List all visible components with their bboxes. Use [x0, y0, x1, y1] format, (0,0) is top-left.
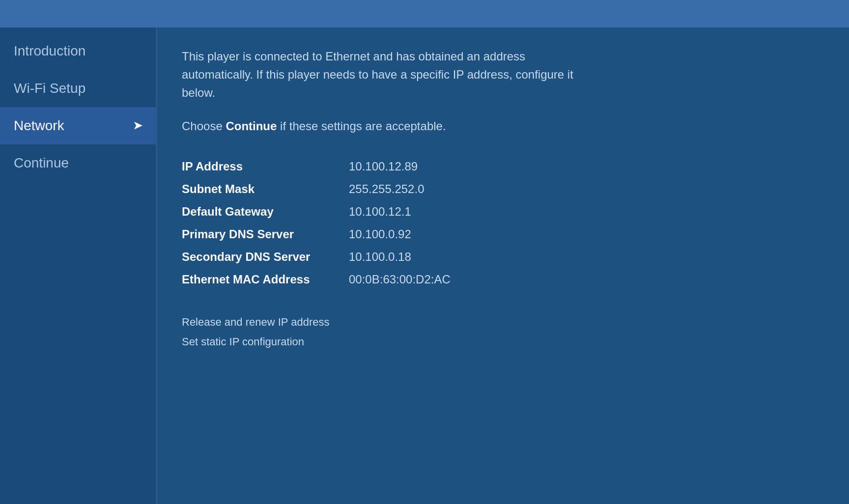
action-link-set-static[interactable]: Set static IP configuration: [182, 336, 824, 348]
description-line1: This player is connected to Ethernet and…: [182, 50, 525, 63]
network-field-label: Default Gateway: [182, 205, 349, 219]
choose-text-prefix: Choose: [182, 119, 226, 133]
choose-text-suffix: if these settings are acceptable.: [277, 119, 446, 133]
network-info-row: Secondary DNS Server10.100.0.18: [182, 250, 824, 264]
title-bar: [0, 0, 849, 28]
network-info-table: IP Address10.100.12.89Subnet Mask255.255…: [182, 160, 824, 286]
sidebar-item-label-continue: Continue: [14, 155, 69, 171]
network-field-value: 10.100.0.18: [349, 250, 411, 264]
sidebar-item-network[interactable]: Network➤: [0, 107, 156, 144]
network-field-value: 10.100.12.89: [349, 160, 418, 173]
network-info-row: Ethernet MAC Address00:0B:63:00:D2:AC: [182, 273, 824, 286]
chevron-right-icon: ➤: [133, 119, 142, 132]
description-paragraph: This player is connected to Ethernet and…: [182, 47, 722, 102]
network-info-row: Subnet Mask255.255.252.0: [182, 182, 824, 196]
network-field-value: 10.100.12.1: [349, 205, 411, 219]
sidebar-item-label-network: Network: [14, 118, 64, 134]
sidebar-item-label-introduction: Introduction: [14, 43, 85, 59]
content-area: This player is connected to Ethernet and…: [157, 28, 849, 504]
sidebar-item-wifi-setup[interactable]: Wi-Fi Setup: [0, 70, 156, 107]
network-field-label: Subnet Mask: [182, 182, 349, 196]
action-link-release-renew[interactable]: Release and renew IP address: [182, 316, 824, 329]
network-field-label: Ethernet MAC Address: [182, 273, 349, 286]
description-line3: below.: [182, 86, 215, 99]
sidebar-item-label-wifi-setup: Wi-Fi Setup: [14, 81, 85, 96]
choose-continue-bold: Continue: [226, 119, 277, 133]
network-info-row: IP Address10.100.12.89: [182, 160, 824, 173]
network-info-row: Default Gateway10.100.12.1: [182, 205, 824, 219]
network-field-label: IP Address: [182, 160, 349, 173]
network-field-label: Secondary DNS Server: [182, 250, 349, 264]
network-field-value: 00:0B:63:00:D2:AC: [349, 273, 451, 286]
network-field-value: 255.255.252.0: [349, 182, 424, 196]
network-field-value: 10.100.0.92: [349, 227, 411, 241]
description-line2: automatically. If this player needs to h…: [182, 68, 573, 81]
sidebar-item-introduction[interactable]: Introduction: [0, 32, 156, 70]
sidebar-item-continue[interactable]: Continue: [0, 144, 156, 182]
network-field-label: Primary DNS Server: [182, 227, 349, 241]
main-container: IntroductionWi-Fi SetupNetwork➤Continue …: [0, 28, 849, 504]
sidebar: IntroductionWi-Fi SetupNetwork➤Continue: [0, 28, 157, 504]
choose-text-paragraph: Choose Continue if these settings are ac…: [182, 117, 722, 135]
network-info-row: Primary DNS Server10.100.0.92: [182, 227, 824, 241]
action-links: Release and renew IP addressSet static I…: [182, 316, 824, 348]
